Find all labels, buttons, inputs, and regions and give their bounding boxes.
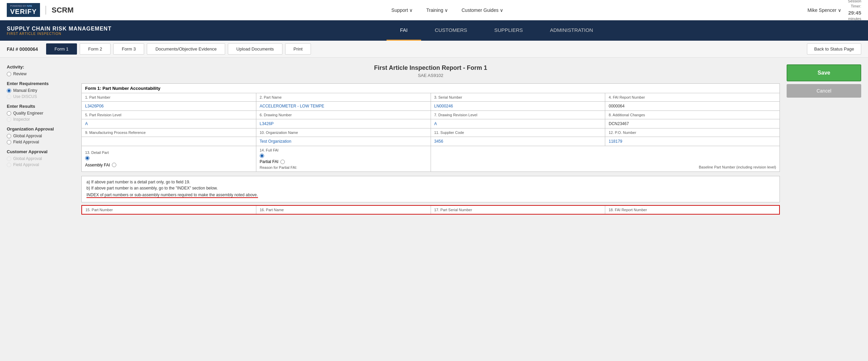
customer-guides-menu[interactable]: Customer Guides ∨ bbox=[461, 7, 503, 13]
org-approval-section: Organization Approval Global Approval Fi… bbox=[7, 126, 75, 144]
baseline-part-label: Baseline Part Number (including revision… bbox=[699, 165, 776, 169]
reason-partial-fai-label: Reason for Partial FAI: bbox=[260, 165, 427, 169]
manual-entry-radio[interactable] bbox=[7, 88, 11, 93]
secondary-navigation: SUPPLY CHAIN RISK MANAGEMENT FIRST ARTIC… bbox=[0, 20, 868, 41]
tab-bar: FAI # 0000064 Form 1 Form 2 Form 3 Docum… bbox=[0, 41, 868, 58]
f8-label: 8. Additional Changes bbox=[605, 111, 780, 119]
index-table: 15. Part Number 16. Part Name 17. Part S… bbox=[81, 205, 780, 215]
f13-label: 13. Detail Part bbox=[85, 151, 253, 155]
sec-nav-main-title: SUPPLY CHAIN RISK MANAGEMENT bbox=[7, 26, 112, 32]
top-navigation: POWERED BY IVIS VERIFY SCRM Support ∨ Tr… bbox=[0, 0, 868, 20]
use-discus-radio bbox=[7, 95, 11, 99]
table-row-labels-2: 5. Part Revision Level 6. Drawing Number… bbox=[82, 111, 780, 119]
tab-form3[interactable]: Form 3 bbox=[113, 43, 144, 55]
f11-value: 3456 bbox=[431, 137, 605, 146]
cust-global-radio-item: Global Approval bbox=[7, 156, 75, 161]
save-button[interactable]: Save bbox=[787, 64, 861, 81]
f7-value: A bbox=[431, 119, 605, 128]
f6-label: 6. Drawing Number bbox=[256, 111, 431, 119]
assembly-fai-radio[interactable] bbox=[112, 163, 116, 167]
assembly-fai-label: Assembly FAI bbox=[85, 163, 110, 167]
f2-value: ACCELEROMETER - LOW TEMPE bbox=[256, 102, 431, 111]
table-header: Form 1: Part Number Accountability bbox=[82, 84, 780, 93]
customer-approval-label: Customer Approval bbox=[7, 149, 75, 154]
nav-customers[interactable]: CUSTOMERS bbox=[421, 20, 481, 41]
f9-label: 9. Manufacturing Process Reference bbox=[82, 128, 256, 137]
org-field-label: Field Approval bbox=[13, 140, 39, 144]
cust-field-radio bbox=[7, 163, 11, 167]
activity-section: Activity: Review bbox=[7, 64, 75, 76]
verify-logo: POWERED BY IVIS VERIFY bbox=[7, 3, 40, 17]
table-row-values-3: Test Organization 3456 118179 bbox=[82, 137, 780, 146]
info-line3: INDEX of part numbers or sub-assembly nu… bbox=[86, 193, 775, 197]
top-nav-right: Mike Spencer ∨ Session Timer: 29:45 minu… bbox=[807, 0, 861, 21]
table-row-detail-full: 13. Detail Part Assembly FAI 14. Full FA… bbox=[82, 146, 780, 172]
inspector-label: Inspector bbox=[13, 117, 30, 122]
tab-form1[interactable]: Form 1 bbox=[46, 43, 77, 55]
enter-requirements-section: Enter Requirements Manual Entry Use DISC… bbox=[7, 81, 75, 99]
detail-part-radio-wrapper[interactable] bbox=[85, 156, 90, 161]
f10-value: Test Organization bbox=[256, 137, 431, 146]
nav-administration[interactable]: ADMINISTRATION bbox=[536, 20, 607, 41]
form-area: First Article Inspection Report - Form 1… bbox=[81, 64, 780, 219]
inspector-radio-item: Inspector bbox=[7, 117, 75, 122]
tab-docs[interactable]: Documents/Objective Evidence bbox=[147, 43, 225, 55]
col17-label: 17. Part Serial Number bbox=[431, 205, 605, 214]
detail-part-radio[interactable] bbox=[85, 156, 90, 160]
tab-upload[interactable]: Upload Documents bbox=[228, 43, 282, 55]
session-timer: Session Timer: 29:45 minutes bbox=[848, 0, 861, 21]
scrm-logo: SCRM bbox=[45, 6, 74, 15]
quality-engineer-label: Quality Engineer bbox=[13, 111, 43, 116]
cust-global-radio bbox=[7, 157, 11, 161]
f9-value bbox=[82, 137, 256, 146]
f11-label: 11. Supplier Code bbox=[431, 128, 605, 137]
review-radio-item[interactable]: Review bbox=[7, 72, 75, 76]
training-menu[interactable]: Training ∨ bbox=[426, 7, 448, 13]
main-content: Activity: Review Enter Requirements Manu… bbox=[0, 58, 868, 225]
support-menu[interactable]: Support ∨ bbox=[391, 7, 413, 13]
org-global-radio[interactable] bbox=[7, 134, 11, 138]
tab-form2[interactable]: Form 2 bbox=[80, 43, 111, 55]
f5-value: A bbox=[82, 119, 256, 128]
f3-label: 3. Serial Number bbox=[431, 93, 605, 102]
nav-fai[interactable]: FAI bbox=[387, 20, 421, 41]
cancel-button[interactable]: Cancel bbox=[787, 84, 861, 98]
quality-engineer-radio-item[interactable]: Quality Engineer bbox=[7, 111, 75, 116]
org-approval-label: Organization Approval bbox=[7, 126, 75, 132]
org-field-radio[interactable] bbox=[7, 140, 11, 144]
info-box: a) If above part number is a detail part… bbox=[81, 176, 780, 202]
form1-table: Form 1: Part Number Accountability 1. Pa… bbox=[81, 83, 780, 172]
full-fai-radio[interactable] bbox=[260, 154, 264, 158]
manual-entry-radio-item[interactable]: Manual Entry bbox=[7, 88, 75, 93]
activity-label: Activity: bbox=[7, 64, 75, 69]
org-field-radio-item[interactable]: Field Approval bbox=[7, 140, 75, 144]
logo-area: POWERED BY IVIS VERIFY SCRM bbox=[7, 3, 74, 17]
use-discus-label: Use DISCUS bbox=[13, 94, 37, 99]
review-radio[interactable] bbox=[7, 72, 11, 76]
action-area: Save Cancel bbox=[787, 64, 861, 219]
back-to-status-button[interactable]: Back to Status Page bbox=[807, 43, 861, 55]
user-menu[interactable]: Mike Spencer ∨ bbox=[807, 7, 841, 13]
f3-value: LN000246 bbox=[431, 102, 605, 111]
info-line3-text: INDEX of part numbers or sub-assembly nu… bbox=[86, 193, 258, 198]
form-subtitle: SAE AS9102 bbox=[81, 73, 780, 78]
partial-fai-radio[interactable] bbox=[280, 160, 285, 164]
f2-label: 2. Part Name bbox=[256, 93, 431, 102]
nav-suppliers[interactable]: SUPPLIERS bbox=[481, 20, 536, 41]
org-global-radio-item[interactable]: Global Approval bbox=[7, 134, 75, 138]
print-button[interactable]: Print bbox=[285, 43, 311, 55]
f1-value: L3426P06 bbox=[82, 102, 256, 111]
cust-field-label: Field Approval bbox=[13, 162, 39, 167]
col18-label: 18. FAI Report Number bbox=[605, 205, 780, 214]
f1-label: 1. Part Number bbox=[82, 93, 256, 102]
col15-label: 15. Part Number bbox=[82, 205, 256, 214]
form-title: First Article Inspection Report - Form 1 bbox=[81, 64, 780, 72]
review-label: Review bbox=[13, 72, 26, 76]
enter-results-label: Enter Results bbox=[7, 104, 75, 109]
enter-req-label: Enter Requirements bbox=[7, 81, 75, 86]
table-row-values-2: A L3426P A DCN23467 bbox=[82, 119, 780, 128]
quality-engineer-radio[interactable] bbox=[7, 111, 11, 116]
customer-approval-section: Customer Approval Global Approval Field … bbox=[7, 149, 75, 167]
sec-nav-sub-title: FIRST ARTICLE INSPECTION bbox=[7, 32, 112, 36]
f4-label: 4. FAI Report Number bbox=[605, 93, 780, 102]
